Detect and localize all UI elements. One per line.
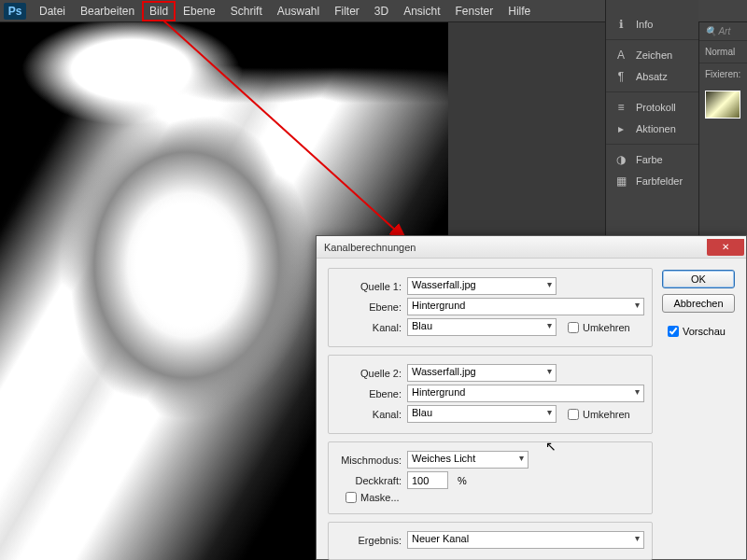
source2-invert-checkbox[interactable]	[568, 409, 579, 420]
blend-mode-strip[interactable]: Normal	[699, 41, 747, 63]
panel-label: Aktionen	[636, 123, 676, 134]
result-select[interactable]: Neuer Kanal	[407, 531, 644, 549]
source2-channel-label: Kanal:	[336, 409, 402, 420]
source2-invert[interactable]: Umkehren	[568, 409, 633, 420]
menu-fenster[interactable]: Fenster	[448, 1, 501, 21]
source1-file-select[interactable]: Wasserfall.jpg	[407, 277, 557, 295]
opacity-input[interactable]	[407, 471, 448, 489]
panel-label: Farbfelder	[636, 175, 683, 187]
invert-label: Umkehren	[583, 322, 630, 333]
font-search[interactable]: 🔍 Art	[699, 22, 747, 41]
panel-aktionen[interactable]: ▸Aktionen	[606, 118, 698, 140]
info-icon: ℹ	[613, 18, 628, 31]
source2-group: Quelle 2: Wasserfall.jpg Ebene: Hintergr…	[328, 355, 653, 434]
dialog-titlebar[interactable]: Kanalberechnungen ✕	[317, 236, 746, 259]
source1-channel-label: Kanal:	[336, 322, 402, 333]
panel-label: Absatz	[636, 71, 668, 82]
cancel-button[interactable]: Abbrechen	[662, 294, 735, 313]
app-logo: Ps	[4, 3, 26, 20]
blend-group: Mischmodus: Weiches Licht Deckkraft: % M…	[328, 441, 653, 514]
panel-label: Protokoll	[636, 102, 676, 113]
preview-toggle[interactable]: Vorschau	[668, 326, 735, 337]
source2-file-select[interactable]: Wasserfall.jpg	[407, 364, 557, 382]
panel-label: Zeichen	[636, 49, 672, 61]
dialog-title: Kanalberechnungen	[324, 242, 707, 253]
panel-absatz[interactable]: ¶Absatz	[606, 65, 698, 88]
search-icon: 🔍	[705, 26, 716, 36]
lock-row: Fixieren:	[699, 63, 747, 85]
menu-bild[interactable]: Bild	[142, 1, 176, 21]
menu-ebene[interactable]: Ebene	[176, 1, 223, 21]
opacity-unit: %	[458, 475, 467, 486]
source2-label: Quelle 2:	[336, 368, 402, 379]
layer-thumbnail[interactable]	[705, 91, 740, 119]
mask-label: Maske...	[360, 492, 400, 503]
menu-ansicht[interactable]: Ansicht	[396, 1, 447, 21]
palette-icon: ◑	[613, 153, 628, 166]
menu-bearbeiten[interactable]: Bearbeiten	[73, 1, 142, 21]
panel-farbe[interactable]: ◑Farbe	[606, 144, 698, 170]
result-label: Ergebnis:	[336, 535, 402, 546]
paragraph-icon: ¶	[613, 70, 628, 83]
source2-layer-label: Ebene:	[336, 388, 402, 399]
panel-protokoll[interactable]: ≡Protokoll	[606, 91, 698, 118]
source1-channel-select[interactable]: Blau	[407, 318, 557, 336]
source2-layer-select[interactable]: Hintergrund	[407, 385, 644, 402]
panels-column: ℹInfo AZeichen ¶Absatz ≡Protokoll ▸Aktio…	[605, 0, 698, 235]
preview-label: Vorschau	[683, 326, 726, 337]
mask-toggle[interactable]: Maske...	[345, 492, 411, 503]
menu-schrift[interactable]: Schrift	[223, 1, 270, 21]
preview-checkbox[interactable]	[668, 326, 679, 337]
character-icon: A	[613, 49, 628, 62]
panel-farbfelder[interactable]: ▦Farbfelder	[606, 170, 698, 192]
history-icon: ≡	[613, 101, 628, 114]
result-group: Ergebnis: Neuer Kanal	[328, 522, 653, 560]
source1-layer-select[interactable]: Hintergrund	[407, 298, 644, 315]
swatches-icon: ▦	[613, 175, 628, 188]
close-icon: ✕	[722, 242, 729, 252]
mask-checkbox[interactable]	[345, 492, 357, 503]
right-strip: 🔍 Art Normal Fixieren:	[698, 22, 747, 235]
menu-datei[interactable]: Datei	[32, 1, 73, 21]
invert-label: Umkehren	[583, 409, 630, 420]
opacity-label: Deckkraft:	[336, 475, 402, 486]
panel-zeichen[interactable]: AZeichen	[606, 39, 698, 65]
source1-invert[interactable]: Umkehren	[568, 322, 633, 333]
source1-layer-label: Ebene:	[336, 301, 402, 313]
source1-invert-checkbox[interactable]	[568, 322, 579, 333]
menu-auswahl[interactable]: Auswahl	[270, 1, 327, 21]
source2-channel-select[interactable]: Blau	[407, 405, 557, 423]
panel-label: Info	[636, 19, 653, 30]
search-placeholder: Art	[718, 26, 730, 36]
menu-hilfe[interactable]: Hilfe	[500, 1, 538, 21]
menu-filter[interactable]: Filter	[327, 1, 367, 21]
menu-3d[interactable]: 3D	[367, 1, 396, 21]
calculations-dialog: Kanalberechnungen ✕ Quelle 1: Wasserfall…	[316, 235, 747, 560]
source1-label: Quelle 1:	[336, 281, 402, 292]
close-button[interactable]: ✕	[707, 239, 744, 256]
panel-info[interactable]: ℹInfo	[606, 13, 698, 35]
panel-label: Farbe	[636, 154, 663, 165]
ok-button[interactable]: OK	[662, 270, 735, 288]
blend-mode-select[interactable]: Weiches Licht	[407, 451, 529, 469]
play-icon: ▸	[613, 122, 628, 135]
blend-mode-label: Mischmodus:	[336, 455, 402, 466]
source1-group: Quelle 1: Wasserfall.jpg Ebene: Hintergr…	[328, 268, 653, 347]
